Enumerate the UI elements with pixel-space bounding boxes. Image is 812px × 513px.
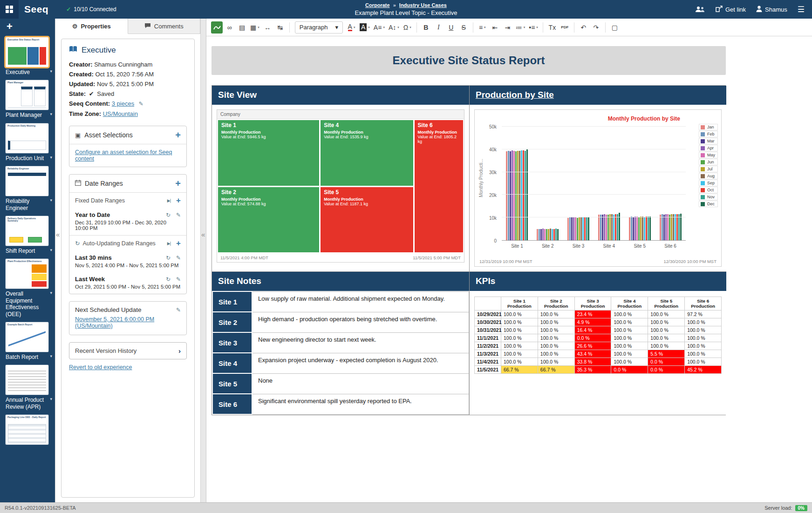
get-link-button[interactable]: Get link — [716, 6, 746, 14]
font-size-button[interactable]: A↕▾ — [387, 21, 401, 34]
strikethrough-button[interactable]: S — [458, 21, 470, 34]
font-family-button[interactable]: A≡▾ — [372, 21, 386, 34]
refresh-icon[interactable]: ↻ — [166, 276, 171, 283]
legend-item[interactable]: May — [699, 152, 718, 158]
document-area[interactable]: Executive Site Status Report Site View C… — [206, 36, 812, 502]
treemap-tile[interactable]: Site 6Monthly ProductionValue at End: 18… — [415, 120, 463, 252]
legend-item[interactable]: Nov — [699, 194, 718, 200]
document-thumbnail[interactable]: Plant Manager — [6, 80, 48, 110]
undo-button[interactable]: ↶ — [578, 21, 589, 34]
chevron-down-icon[interactable]: ▾ — [50, 397, 52, 402]
next-update-link[interactable]: November 5, 2021 6:00:00 PM (US/Mountain… — [75, 316, 154, 329]
apps-grid-button[interactable] — [0, 0, 19, 19]
legend-item[interactable]: Dec — [699, 201, 718, 207]
legend-item[interactable]: Apr — [699, 145, 718, 151]
sidebar-item[interactable]: Plant Production EffectivenessOverall Eq… — [6, 259, 55, 317]
sidebar-item[interactable]: Annual Product Review (APR)▾ — [6, 365, 55, 410]
edit-icon[interactable]: ✎ — [176, 212, 181, 218]
step-date-range-icon[interactable]: ▶| — [167, 198, 171, 203]
outdent-button[interactable]: ⇤ — [489, 21, 501, 34]
configure-asset-selection-link[interactable]: Configure an asset selection for Seeq co… — [75, 149, 172, 162]
step-auto-range-icon[interactable]: ▶| — [167, 241, 171, 246]
chevron-down-icon[interactable]: ▾ — [50, 248, 52, 253]
timezone-link[interactable]: US/Mountain — [103, 110, 138, 117]
sidebar-item[interactable]: Executive Site Status ReportExecutive▾ — [6, 37, 55, 75]
manage-users-icon[interactable] — [695, 6, 705, 13]
italic-button[interactable]: I — [433, 21, 444, 34]
edit-schedule-icon[interactable]: ✎ — [176, 307, 181, 313]
legend-item[interactable]: Sep — [699, 180, 718, 186]
document-thumbnail[interactable]: Executive Site Status Report — [6, 37, 48, 67]
legend-item[interactable]: Oct — [699, 187, 718, 193]
legend-item[interactable]: Mar — [699, 138, 718, 144]
add-asset-selection-button[interactable]: + — [175, 130, 181, 140]
revert-old-experience-link[interactable]: Revert to old experience — [69, 364, 132, 371]
legend-item[interactable]: Jun — [699, 159, 718, 165]
clear-formatting-button[interactable]: Tx — [546, 21, 558, 34]
legend-item[interactable]: Jul — [699, 166, 718, 172]
chevron-down-icon[interactable]: ▾ — [50, 112, 52, 117]
document-thumbnail[interactable]: Packaging Line OEE - Daily Report — [6, 415, 48, 445]
sidebar-item[interactable]: Production Daily MeetingProduction Unit▾ — [6, 123, 55, 162]
chevron-down-icon[interactable]: ▾ — [50, 290, 52, 296]
sidebar-item[interactable]: Packaging Line OEE - Daily Report — [6, 415, 55, 445]
border-toggle-button[interactable]: ▢ — [609, 21, 621, 34]
recent-version-history-button[interactable]: Recent Version History › — [69, 342, 187, 359]
treemap-tile[interactable]: Site 5Monthly ProductionValue at End: 11… — [321, 187, 413, 253]
edit-icon[interactable]: ✎ — [176, 276, 181, 283]
paragraph-select[interactable]: Paragraph▾ — [295, 21, 343, 34]
add-auto-date-range-button[interactable]: + — [176, 239, 181, 247]
document-thumbnail[interactable]: Reliability Engineer — [6, 166, 48, 196]
chevron-down-icon[interactable]: ▾ — [50, 155, 52, 160]
sidebar-item[interactable]: Plant ManagerPlant Manager▾ — [6, 80, 55, 118]
edit-icon[interactable]: ✎ — [176, 255, 181, 261]
seeq-content-link[interactable]: 3 pieces — [112, 100, 134, 107]
seeq-logo[interactable]: Seeq — [24, 4, 48, 15]
treemap-tile[interactable]: Site 2Monthly ProductionValue at End: 57… — [218, 187, 319, 253]
font-color-button[interactable]: A▾ — [346, 21, 357, 34]
collapse-properties-button[interactable]: « — [201, 230, 205, 238]
chevron-down-icon[interactable]: ▾ — [50, 198, 52, 203]
document-thumbnail[interactable]: Refinery Daily Operations Summary — [6, 216, 48, 246]
document-thumbnail[interactable] — [6, 365, 48, 395]
document-thumbnail[interactable]: Plant Production Effectiveness — [6, 259, 48, 289]
numbered-list-button[interactable]: ≔▾ — [514, 21, 527, 34]
collapse-sidebar-button[interactable]: « — [56, 230, 60, 238]
bullet-list-button[interactable]: •≡▾ — [527, 21, 539, 34]
add-document-button[interactable]: + — [0, 19, 55, 33]
underline-button[interactable]: U — [445, 21, 457, 34]
table-button[interactable]: ▦▾ — [249, 21, 261, 34]
user-menu-button[interactable]: Shamus — [756, 6, 787, 14]
add-date-range-button[interactable]: + — [175, 179, 181, 188]
refresh-icon[interactable]: ↻ — [166, 212, 171, 218]
sidebar-item[interactable]: Reliability EngineerReliability Engineer… — [6, 166, 55, 211]
document-thumbnail[interactable]: Example Batch Report — [6, 322, 48, 352]
link-button[interactable]: ∞ — [224, 21, 235, 34]
add-fixed-date-range-button[interactable]: + — [176, 196, 181, 204]
chevron-down-icon[interactable]: ▾ — [50, 354, 52, 359]
redo-button[interactable]: ↷ — [590, 21, 602, 34]
sidebar-item[interactable]: Example Batch ReportBatch Report▾ — [6, 322, 55, 360]
tab-comments[interactable]: Comments — [128, 19, 201, 34]
breadcrumb-link-corporate[interactable]: Corporate — [365, 2, 390, 8]
sidebar-item[interactable]: Refinery Daily Operations SummaryShift R… — [6, 216, 55, 254]
insert-seeq-content-button[interactable] — [211, 21, 223, 34]
fixed-width-button[interactable]: ↔ — [262, 21, 273, 34]
indent-button[interactable]: ⇥ — [502, 21, 513, 34]
image-button[interactable]: ▤ — [236, 21, 248, 34]
hamburger-menu-icon[interactable]: ☰ — [798, 5, 805, 14]
refresh-icon[interactable]: ↻ — [166, 255, 171, 261]
legend-item[interactable]: Feb — [699, 131, 718, 137]
highlight-color-button[interactable]: A▾ — [358, 21, 371, 34]
document-thumbnail[interactable]: Production Daily Meeting — [6, 123, 48, 153]
align-left-button[interactable]: ≡▾ — [477, 21, 488, 34]
breadcrumb-link-industry-use-cases[interactable]: Industry Use Cases — [399, 2, 447, 8]
page-break-button[interactable]: ↹ — [274, 21, 286, 34]
insert-symbol-button[interactable]: Ω▾ — [402, 21, 413, 34]
chevron-down-icon[interactable]: ▾ — [50, 69, 52, 74]
tab-properties[interactable]: ⚙ Properties — [55, 19, 128, 34]
bold-button[interactable]: B — [420, 21, 432, 34]
treemap-tile[interactable]: Site 4Monthly ProductionValue at End: 15… — [321, 120, 413, 186]
legend-item[interactable]: Aug — [699, 173, 718, 179]
legend-item[interactable]: Jan — [699, 124, 718, 130]
